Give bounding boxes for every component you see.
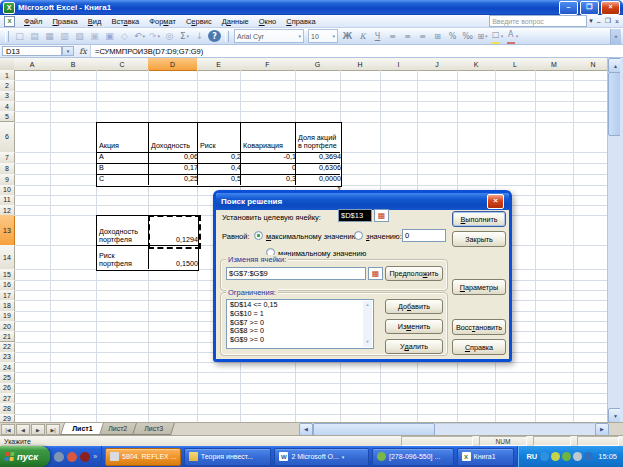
quick-launch-icon-2[interactable] xyxy=(67,452,77,462)
quick-launch-icon-3[interactable] xyxy=(80,452,90,462)
cell-D7[interactable]: 0,06 xyxy=(149,153,200,163)
borders-icon[interactable]: ⊞▾ xyxy=(476,30,489,43)
column-header-F[interactable]: F xyxy=(240,58,296,71)
print-preview-icon[interactable]: ▧ xyxy=(73,30,86,43)
cell-D8[interactable]: 0,17 xyxy=(149,164,200,174)
constraints-list[interactable]: $D$14 <= 0,15$G$10 = 1$G$7 >= 0$G$8 >= 0… xyxy=(226,299,374,349)
align-left-icon[interactable]: ≡ xyxy=(386,30,399,43)
undo-icon[interactable]: ↶▾ xyxy=(133,30,146,43)
print-icon[interactable]: ▥ xyxy=(58,30,71,43)
column-header-H[interactable]: H xyxy=(340,58,381,71)
dialog-title-bar[interactable]: Поиск решения × xyxy=(216,193,509,210)
constraint-item[interactable]: $G$9 >= 0 xyxy=(230,336,362,345)
workbook-restore-button[interactable]: ❐ xyxy=(603,17,613,25)
horizontal-scroll-thumb[interactable] xyxy=(313,423,435,436)
workbook-close-button[interactable]: × xyxy=(613,18,621,25)
tray-icon-antivirus[interactable] xyxy=(551,452,560,461)
cell-C9[interactable]: C xyxy=(97,175,151,185)
sheet-tab-sheet1[interactable]: Лист1 xyxy=(60,423,104,435)
cell-F8[interactable]: 0 xyxy=(241,164,298,174)
help-icon[interactable]: ? xyxy=(208,30,221,42)
workbook-minimize-button[interactable]: – xyxy=(595,18,603,25)
fill-color-icon[interactable]: □▾ xyxy=(491,30,504,43)
start-button[interactable]: пуск xyxy=(0,446,50,467)
guess-button[interactable]: Предположить xyxy=(385,266,443,281)
language-indicator[interactable]: RU xyxy=(526,452,537,461)
column-header-B[interactable]: B xyxy=(50,58,97,71)
open-icon[interactable]: ▤ xyxy=(28,30,41,43)
name-box-dropdown-icon[interactable]: ▾ xyxy=(62,46,74,56)
cell-D14[interactable]: 0,1500 xyxy=(149,246,200,269)
row-header-13[interactable]: 13 xyxy=(0,215,15,246)
insert-function-icon[interactable]: fx xyxy=(76,45,91,57)
cell-D6[interactable]: Доходность xyxy=(149,123,200,152)
menu-file[interactable]: Файл xyxy=(19,16,47,27)
hyperlink-icon[interactable]: ◎ xyxy=(163,30,176,43)
radio-max-label[interactable]: максимальному значению xyxy=(266,232,357,241)
save-icon[interactable]: ▦ xyxy=(43,30,56,43)
scroll-right-icon[interactable]: ▶ xyxy=(595,423,609,436)
horizontal-scrollbar[interactable]: ◀ ▶ xyxy=(299,423,623,435)
taskbar-button-task-excel-kniga1[interactable]: XКнига1 xyxy=(457,448,515,466)
toolbar-grip[interactable] xyxy=(225,31,229,42)
change-constraint-button[interactable]: Изменить xyxy=(385,319,443,334)
row-header-6[interactable]: 6 xyxy=(0,122,15,153)
question-box[interactable]: Введите вопрос xyxy=(489,15,587,27)
menu-view[interactable]: Вид xyxy=(83,16,107,27)
range-picker-icon[interactable]: ▦ xyxy=(368,267,383,280)
sort-asc-icon[interactable]: ↓ xyxy=(193,30,206,43)
menu-data[interactable]: Данные xyxy=(217,16,254,27)
close-dialog-button[interactable]: Закрыть xyxy=(452,231,506,247)
cell-F7[interactable]: -0,1 xyxy=(241,153,298,163)
increase-decimal-icon[interactable]: ‰ xyxy=(461,30,474,43)
tab-nav-icon-3[interactable]: ▶| xyxy=(46,424,60,435)
merge-center-icon[interactable]: ⊞ xyxy=(431,30,444,43)
menu-format[interactable]: Формат xyxy=(144,16,181,27)
radio-max-value[interactable] xyxy=(254,231,263,240)
column-header-M[interactable]: M xyxy=(535,58,574,71)
cell-C7[interactable]: A xyxy=(97,153,151,163)
radio-value-label[interactable]: значению: xyxy=(366,232,402,241)
column-header-D[interactable]: D xyxy=(148,58,198,71)
quick-launch-icon-1[interactable] xyxy=(54,452,64,462)
paste-icon[interactable]: ▣ xyxy=(103,30,116,43)
solve-button[interactable]: Выполнить xyxy=(452,211,506,227)
tray-icon-volume[interactable] xyxy=(573,452,582,461)
font-size-combo[interactable]: 10 ▾ xyxy=(308,29,338,43)
tab-nav-icon-1[interactable]: ◀ xyxy=(16,424,30,435)
minimize-button[interactable]: – xyxy=(559,1,578,15)
redo-icon[interactable]: ↷▾ xyxy=(148,30,161,43)
toolbar-grip[interactable] xyxy=(5,31,9,42)
cell-F9[interactable]: 0,3 xyxy=(241,175,298,185)
tray-icon-updates[interactable] xyxy=(540,452,549,461)
column-header-J[interactable]: J xyxy=(417,58,458,71)
underline-icon[interactable]: Ч xyxy=(371,30,384,43)
column-header-A[interactable]: A xyxy=(14,58,51,71)
menu-help[interactable]: Справка xyxy=(281,16,320,27)
cell-F6[interactable]: Ковариация xyxy=(241,123,298,152)
column-header-N[interactable]: N xyxy=(573,58,607,71)
cell-E7[interactable]: 0,2 xyxy=(198,153,243,163)
cell-G7[interactable]: 0,3694 xyxy=(296,153,343,163)
menu-tools[interactable]: Сервис xyxy=(181,16,217,27)
menu-insert[interactable]: Вставка xyxy=(106,16,144,27)
autosum-icon[interactable]: Σ▾ xyxy=(178,30,191,43)
taskbar-button-task-icq[interactable]: [278-096-550] ... xyxy=(372,448,454,466)
add-constraint-button[interactable]: Добавить xyxy=(385,299,443,314)
tab-nav-icon-2[interactable]: ▶ xyxy=(31,424,45,435)
column-header-G[interactable]: G xyxy=(295,58,341,71)
options-button[interactable]: Параметры xyxy=(452,279,506,295)
scroll-up-icon[interactable]: ▲ xyxy=(366,301,370,310)
italic-icon[interactable]: К xyxy=(356,30,369,43)
by-changing-field[interactable]: $G$7:$G$9 xyxy=(226,267,366,280)
cell-G9[interactable]: 0,0000 xyxy=(296,175,343,185)
target-cell-field[interactable]: $D$13 xyxy=(338,209,372,222)
vertical-scrollbar[interactable]: ▲ ▼ xyxy=(607,58,620,422)
scroll-left-icon[interactable]: ◀ xyxy=(299,423,313,436)
font-name-combo[interactable]: Arial Cyr ▾ xyxy=(234,29,304,43)
delete-constraint-button[interactable]: Удалить xyxy=(385,339,443,354)
font-color-icon[interactable]: А▾ xyxy=(506,30,519,43)
new-icon[interactable]: □ xyxy=(13,30,26,43)
sheet-tab-sheet3[interactable]: Лист3 xyxy=(132,423,175,435)
taskbar-button-task-folder-theory[interactable]: Теория инвест... xyxy=(184,448,272,466)
